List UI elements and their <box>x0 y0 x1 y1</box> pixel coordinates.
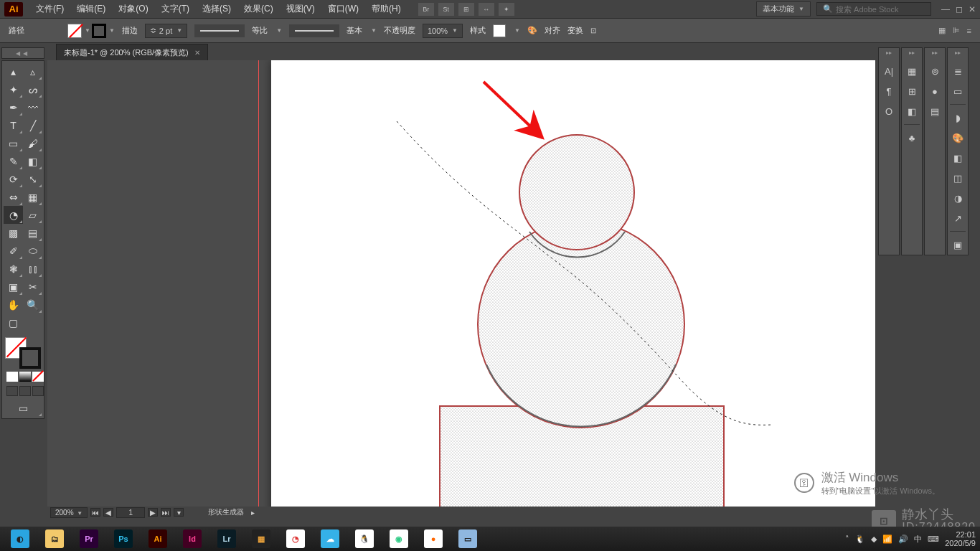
stroke-panel-icon[interactable]: ◗ <box>949 109 966 126</box>
canvas-area[interactable]: 200% ▼ ⏮ ◀ 1 ▶ ⏭ ▾ 形状生成器 ▸ <box>47 60 875 518</box>
workspace-switcher[interactable]: 基本功能▼ <box>756 1 811 17</box>
tray-app-icon[interactable]: ◆ <box>871 534 877 544</box>
align-label[interactable]: 对齐 <box>545 25 560 36</box>
tray-lang-icon[interactable]: 中 <box>914 534 922 545</box>
style-swatch[interactable] <box>493 24 506 37</box>
drawing-mode-normal[interactable] <box>6 386 18 396</box>
close-tab-icon[interactable]: ✕ <box>194 49 200 57</box>
drawing-mode-inside[interactable] <box>32 386 44 396</box>
menu-select[interactable]: 选择(S) <box>197 1 237 17</box>
menu-view[interactable]: 视图(V) <box>281 1 321 17</box>
artboard-num[interactable]: 1 <box>116 507 145 518</box>
transform-panel-icon2[interactable]: ⊞ <box>903 83 920 100</box>
taskbar-lightroom[interactable]: Lr <box>211 528 242 550</box>
shape-builder-tool[interactable]: ◔ <box>4 206 23 224</box>
menu-file[interactable]: 文件(F) <box>30 1 70 17</box>
artboard-first[interactable]: ⏮ <box>90 508 100 517</box>
fill-swatch[interactable] <box>67 24 82 38</box>
transform-icon[interactable]: ⊡ <box>590 27 596 34</box>
character-panel-icon[interactable]: A| <box>880 62 897 80</box>
tray-volume-icon[interactable]: 🔊 <box>898 534 908 544</box>
align-panel-icon2[interactable]: ▦ <box>903 62 920 80</box>
opentype-panel-icon[interactable]: O <box>880 103 897 120</box>
dock-collapse-1[interactable]: ▸▸ <box>879 50 899 60</box>
menu-edit[interactable]: 编辑(E) <box>71 1 111 17</box>
stroke-weight[interactable]: ≎2 pt▼ <box>145 24 187 38</box>
rotate-tool[interactable]: ⟳ <box>4 170 23 188</box>
artboard-nav-menu[interactable]: ▾ <box>174 508 184 517</box>
taskbar-qq[interactable]: 🐧 <box>349 528 380 550</box>
panel-menu-icon[interactable]: ≡ <box>967 27 971 35</box>
isolate-icon[interactable]: ▦ <box>938 26 946 35</box>
line-tool[interactable]: ╱ <box>23 116 42 134</box>
system-tray[interactable]: ˄ 🐧 ◆ 📶 🔊 中 ⌨ 22:01 2020/5/9 <box>845 530 976 547</box>
zoom-level[interactable]: 200% ▼ <box>50 507 88 518</box>
zoom-tool[interactable]: 🔍 <box>23 296 42 314</box>
cc-lib-panel-icon[interactable]: ⊚ <box>926 62 943 80</box>
dock-collapse-2[interactable]: ▸▸ <box>902 50 922 60</box>
taskbar-photoshop[interactable]: Ps <box>108 528 139 550</box>
transform-label[interactable]: 变换 <box>567 25 583 36</box>
tray-chevron-icon[interactable]: ˄ <box>845 534 849 544</box>
symbols-panel-icon[interactable]: ♣ <box>903 129 920 146</box>
menu-effect[interactable]: 效果(C) <box>238 1 279 17</box>
stock-search[interactable]: 🔍 <box>816 2 931 16</box>
taskbar-app-b[interactable]: ◔ <box>280 528 311 550</box>
scale-tool[interactable]: ⤡ <box>23 170 42 188</box>
magic-wand-tool[interactable]: ✦ <box>4 80 23 98</box>
window-maximize[interactable]: ◻ <box>956 4 963 14</box>
mesh-tool[interactable]: ▩ <box>4 224 23 242</box>
lasso-tool[interactable]: ᔕ <box>23 80 42 98</box>
bridge-icon[interactable]: Br <box>418 3 434 16</box>
artboard-prev[interactable]: ◀ <box>103 508 113 517</box>
appearance-panel-icon[interactable]: ◑ <box>949 189 966 207</box>
drawing-mode-behind[interactable] <box>19 386 31 396</box>
perspective-tool[interactable]: ▱ <box>23 206 42 224</box>
color-mode-icon[interactable] <box>6 372 18 382</box>
swatches-panel-icon[interactable]: ▤ <box>926 103 943 120</box>
align-panel-icon[interactable]: ⊫ <box>953 26 960 35</box>
free-transform-tool[interactable]: ▦ <box>23 188 42 206</box>
direct-selection-tool[interactable]: ▵ <box>23 62 42 80</box>
menu-type[interactable]: 文字(T) <box>156 1 195 17</box>
export-panel-icon[interactable]: ↗ <box>949 209 966 227</box>
toolbox-collapse-handle[interactable]: ◀◀ <box>1 47 44 59</box>
stock-icon[interactable]: St <box>438 3 454 16</box>
taskbar-premiere[interactable]: Pr <box>73 528 105 550</box>
artboard-tool[interactable]: ▣ <box>4 278 23 296</box>
rectangle-tool[interactable]: ▭ <box>4 134 23 152</box>
type-tool[interactable]: T <box>4 116 23 134</box>
artboard-next[interactable]: ▶ <box>148 508 158 517</box>
tray-ime-icon[interactable]: ⌨ <box>928 534 939 544</box>
graph-tool[interactable]: ⫿⫿ <box>23 260 42 278</box>
taskbar-app-a[interactable]: ▦ <box>245 528 277 550</box>
blend-tool[interactable]: ⬭ <box>23 242 42 260</box>
layers-panel-icon[interactable]: ≣ <box>949 62 966 80</box>
paragraph-panel-icon[interactable]: ¶ <box>880 83 897 100</box>
gradient-mode-icon[interactable] <box>19 372 31 382</box>
taskbar-indesign[interactable]: Id <box>176 528 208 550</box>
taskbar-browser[interactable]: ◐ <box>4 528 36 550</box>
transparency-panel-icon[interactable]: ◫ <box>949 169 966 187</box>
menu-help[interactable]: 帮助(H) <box>366 1 407 17</box>
slice-tool[interactable]: ✂ <box>23 278 42 296</box>
screen-mode[interactable]: ▭ <box>4 399 42 417</box>
gradient-tool[interactable]: ▤ <box>23 224 42 242</box>
pathfinder-panel-icon[interactable]: ◧ <box>903 103 920 120</box>
taskbar-explorer[interactable]: 🗂 <box>39 528 70 550</box>
taskbar-notes[interactable]: ▭ <box>452 528 484 550</box>
guide-line[interactable] <box>258 60 259 518</box>
eyedropper-tool[interactable]: ✐ <box>4 242 23 260</box>
gradient-panel-icon[interactable]: ◧ <box>949 149 966 166</box>
menu-window[interactable]: 窗口(W) <box>322 1 364 17</box>
dock-collapse-3[interactable]: ▸▸ <box>925 50 945 60</box>
eraser-tool[interactable]: ◧ <box>23 152 42 170</box>
tray-qq-icon[interactable]: 🐧 <box>855 534 865 544</box>
stroke-swatch[interactable] <box>92 24 106 38</box>
brush-def[interactable] <box>289 24 339 37</box>
window-minimize[interactable]: — <box>941 4 950 14</box>
artboard-last[interactable]: ⏭ <box>161 508 171 517</box>
sync-icon[interactable]: ✦ <box>499 3 514 16</box>
symbol-sprayer-tool[interactable]: ❃ <box>4 260 23 278</box>
stroke-indicator[interactable] <box>19 347 41 369</box>
